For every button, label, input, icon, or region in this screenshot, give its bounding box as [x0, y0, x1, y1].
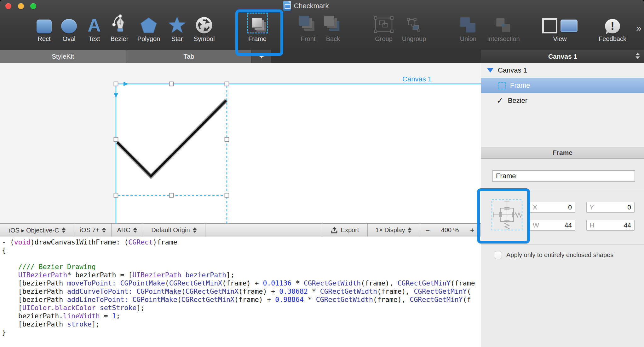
- export-button[interactable]: Export: [322, 224, 368, 237]
- tool-label: Polygon: [137, 35, 160, 43]
- frame-layer-icon: [498, 82, 506, 89]
- tool-label: Front: [299, 35, 317, 43]
- panel-sort-control[interactable]: [635, 53, 640, 59]
- layer-row-frame[interactable]: Frame: [481, 78, 644, 93]
- platform-language-picker[interactable]: iOS ▸ Objective-C: [0, 224, 75, 237]
- tool-symbol[interactable]: Symbol: [194, 12, 215, 43]
- separator: [481, 244, 644, 245]
- tool-feedback[interactable]: !Feedback: [599, 12, 626, 43]
- main-toolbar: Checkmark RectOvalATextBezierPolygonStar…: [0, 0, 644, 50]
- tool-label: Symbol: [194, 35, 215, 43]
- code-line: [bezierPath moveToPoint: CGPointMake(CGR…: [2, 279, 481, 287]
- field-label: W: [533, 221, 539, 229]
- x-field[interactable]: X0: [530, 202, 575, 213]
- selection-handle[interactable]: [225, 138, 229, 142]
- field-label: H: [589, 221, 594, 229]
- code-line: {: [2, 246, 481, 255]
- code-line: [2, 255, 481, 263]
- field-label: Y: [589, 203, 594, 211]
- code-options-bar: iOS ▸ Objective-C iOS 7+ ARC Default Ori…: [0, 223, 481, 237]
- selection-handle[interactable]: [170, 82, 174, 86]
- tool-label: Union: [459, 35, 477, 43]
- tool-union: Union: [459, 12, 477, 43]
- tool-label: Intersection: [487, 35, 520, 43]
- disclosure-triangle-icon[interactable]: [487, 68, 493, 73]
- origin-picker[interactable]: Default Origin: [143, 224, 205, 237]
- code-line: }: [2, 328, 481, 337]
- tool-frame[interactable]: Frame: [247, 12, 268, 43]
- checkmark-shape[interactable]: [117, 100, 226, 176]
- tool-star[interactable]: Star: [168, 12, 186, 43]
- selection-handle[interactable]: [170, 193, 174, 197]
- stepper-icon: [102, 227, 106, 233]
- tool-bezier[interactable]: Bezier: [111, 12, 129, 43]
- resizing-behavior-control[interactable]: [490, 198, 524, 232]
- minimize-button[interactable]: [18, 3, 24, 9]
- tool-back: Back: [324, 12, 342, 43]
- selection-handle[interactable]: [225, 193, 229, 197]
- zoom-in-button[interactable]: +: [470, 226, 474, 235]
- oval-icon: [61, 12, 77, 33]
- close-button[interactable]: [5, 3, 11, 9]
- layer-row-canvas-1[interactable]: Canvas 1: [481, 63, 644, 78]
- stepper-icon: [193, 227, 197, 233]
- tool-label: Frame: [247, 35, 268, 43]
- layer-list: Canvas 1Frame✓Bezier: [481, 63, 644, 147]
- options-bar-spacer: [205, 224, 322, 237]
- zoom-out-button[interactable]: −: [425, 226, 430, 235]
- w-field[interactable]: W44: [530, 220, 575, 231]
- selection-handle[interactable]: [114, 138, 118, 142]
- canvas-area[interactable]: Canvas 1: [0, 63, 481, 223]
- selection-handle[interactable]: [225, 82, 229, 86]
- window-title-text: Checkmark: [294, 2, 329, 10]
- enclosed-shapes-label: Apply only to entirely enclosed shapes: [506, 251, 613, 259]
- canvas-name-label[interactable]: Canvas 1: [402, 75, 432, 83]
- star-icon: [168, 12, 186, 33]
- frame-icon: [247, 12, 268, 33]
- code-line: bezierPath.lineWidth = 1;: [2, 312, 481, 320]
- polygon-icon: [137, 12, 160, 33]
- pen-icon: [111, 12, 129, 33]
- display-scale-picker[interactable]: 1× Display: [367, 224, 420, 237]
- tab-stylekit[interactable]: StyleKit: [0, 50, 126, 63]
- tool-label: Ungroup: [402, 35, 426, 43]
- tab-tab[interactable]: Tab: [126, 50, 251, 63]
- frame-name-input[interactable]: [492, 170, 635, 182]
- layer-label: Bezier: [508, 97, 527, 105]
- layers-back-icon: [324, 12, 342, 33]
- toolbar-overflow-icon[interactable]: »: [636, 23, 640, 33]
- x-axis-arrow-icon: [124, 82, 128, 86]
- zoom-button[interactable]: [30, 3, 36, 9]
- code-line: [bezierPath addLineToPoint: CGPointMake(…: [2, 296, 481, 304]
- tool-rect[interactable]: Rect: [37, 12, 52, 43]
- tool-polygon[interactable]: Polygon: [137, 12, 160, 43]
- export-icon: [331, 226, 338, 234]
- tool-oval[interactable]: Oval: [61, 12, 77, 43]
- tool-label: Oval: [61, 35, 77, 43]
- memory-model-picker[interactable]: ARC: [111, 224, 143, 237]
- os-version-picker[interactable]: iOS 7+: [75, 224, 112, 237]
- ungroup-icon: [402, 12, 426, 33]
- stepper-icon: [62, 227, 66, 233]
- enclosed-shapes-checkbox[interactable]: [494, 251, 502, 259]
- selection-handle[interactable]: [114, 193, 118, 197]
- inspector-panel: Canvas 1Frame✓Bezier Frame X0Y0W44H44 Ap…: [481, 63, 644, 347]
- stepper-icon: [408, 227, 411, 233]
- code-line: [UIColor.blackColor setStroke];: [2, 304, 481, 312]
- checkmark-layer-icon: ✓: [497, 97, 503, 104]
- frame-section-header: Frame: [481, 147, 644, 159]
- add-tab-button[interactable]: +: [252, 50, 271, 63]
- selection-handle[interactable]: [114, 82, 118, 86]
- tab-bar: StyleKit Tab +: [0, 50, 481, 63]
- y-field[interactable]: Y0: [586, 202, 635, 213]
- tool-label: Back: [324, 35, 342, 43]
- field-value: 0: [627, 203, 631, 211]
- code-line: [bezierPath addCurveToPoint: CGPointMake…: [2, 287, 481, 296]
- tool-text[interactable]: AText: [88, 12, 101, 43]
- layer-row-bezier[interactable]: ✓Bezier: [481, 93, 644, 108]
- tool-view[interactable]: View: [542, 12, 578, 43]
- h-field[interactable]: H44: [586, 220, 635, 231]
- tool-label: Group: [373, 35, 394, 43]
- generated-code-view[interactable]: - (void)drawCanvas1WithFrame: (CGRect)fr…: [0, 237, 481, 347]
- feedback-icon: !: [599, 12, 626, 33]
